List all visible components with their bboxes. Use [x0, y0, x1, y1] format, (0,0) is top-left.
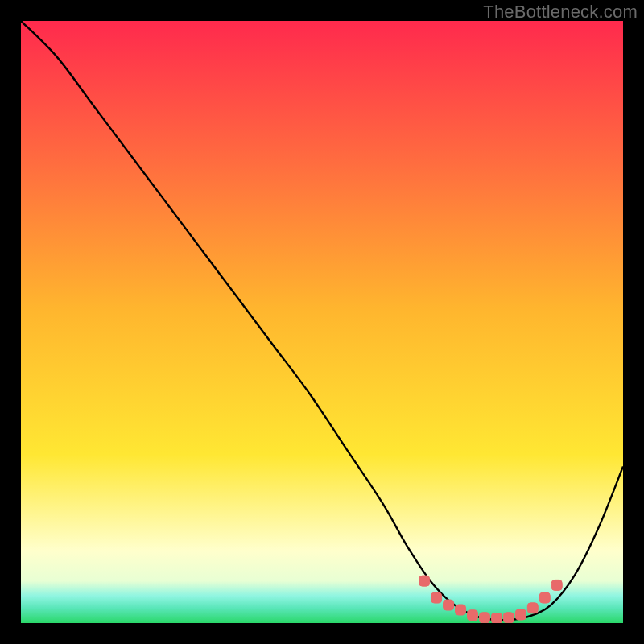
optimal-marker — [444, 600, 454, 610]
chart-frame: TheBottleneck.com — [0, 0, 644, 644]
plot-area — [21, 21, 623, 623]
optimal-marker — [515, 609, 526, 620]
watermark-text: TheBottleneck.com — [483, 2, 638, 23]
optimal-marker — [491, 613, 502, 623]
optimal-marker — [419, 576, 430, 586]
optimal-marker — [551, 580, 562, 590]
optimal-marker — [503, 613, 514, 623]
bottleneck-chart — [21, 21, 623, 623]
optimal-marker — [479, 613, 489, 623]
optimal-marker — [468, 610, 478, 621]
optimal-marker — [539, 592, 550, 603]
optimal-marker — [431, 592, 442, 603]
gradient-background — [21, 21, 623, 623]
optimal-marker — [527, 603, 538, 613]
optimal-marker — [456, 605, 466, 615]
